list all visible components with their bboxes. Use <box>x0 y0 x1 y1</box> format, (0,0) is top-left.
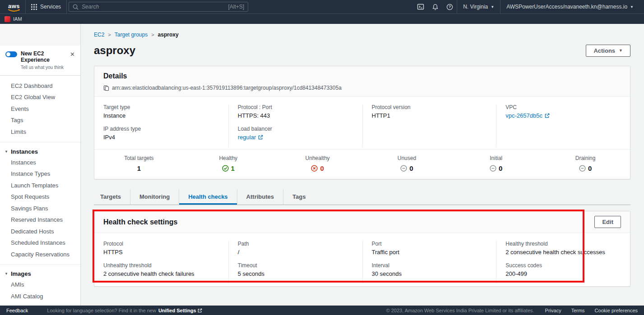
sidebar-item-events[interactable]: Events <box>0 103 80 115</box>
stat-value: 0 <box>273 164 362 172</box>
new-experience-text: New EC2 Experience Tell us what you thin… <box>21 50 65 70</box>
new-experience-feedback-link[interactable]: Tell us what you think <box>21 65 65 70</box>
breadcrumb-separator: > <box>151 32 154 37</box>
close-icon[interactable]: ✕ <box>69 50 76 58</box>
cloudshell-icon <box>417 3 424 10</box>
favorite-iam[interactable]: IAM <box>5 16 22 22</box>
region-label: N. Virginia <box>463 4 488 10</box>
field-value-load-balancer[interactable]: regular <box>238 134 353 141</box>
favorites-bar: IAM <box>0 14 644 24</box>
stat-label: Unused <box>362 155 451 161</box>
field-value-interval: 30 seconds <box>372 270 487 277</box>
sidebar-item-ec2-global-view[interactable]: EC2 Global View <box>0 91 80 103</box>
field-value-text: 2 consecutive health check successes <box>505 249 605 256</box>
field-value-text: 30 seconds <box>372 270 402 277</box>
health-check-column: PortTraffic portInterval30 seconds <box>362 241 496 284</box>
account-label: AWSPowerUserAccess/navaneeth.kn@harness.… <box>506 4 627 10</box>
footer-link-terms[interactable]: Terms <box>571 308 585 313</box>
sidebar-item-dedicated-hosts[interactable]: Dedicated Hosts <box>0 226 80 237</box>
sidebar-section-images[interactable]: ▼Images <box>0 269 80 279</box>
field-label: Interval <box>372 262 487 269</box>
details-field-protocol-port: Protocol : PortHTTPS: 443 <box>238 104 353 119</box>
stat-label: Healthy <box>184 155 273 161</box>
tab-targets[interactable]: Targets <box>94 189 130 205</box>
stat-initial: Initial0 <box>451 155 541 172</box>
sidebar-item-spot-requests[interactable]: Spot Requests <box>0 191 80 203</box>
search-placeholder: Search <box>82 4 225 10</box>
health-check-field-success-codes: Success codes200-499 <box>505 262 621 277</box>
field-value-text: IPv4 <box>103 134 115 141</box>
breadcrumb-ec2[interactable]: EC2 <box>94 32 104 38</box>
services-menu-button[interactable]: Services <box>25 0 67 14</box>
new-ec2-experience-panel: New EC2 Experience Tell us what you thin… <box>0 46 80 76</box>
footer-link-privacy[interactable]: Privacy <box>545 308 561 313</box>
cloudshell-button[interactable] <box>413 0 428 14</box>
unified-settings-label: Unified Settings <box>158 308 196 313</box>
sidebar-item-limits[interactable]: Limits <box>0 126 80 138</box>
field-label: Unhealthy threshold <box>103 262 219 269</box>
global-search-input[interactable]: Search [Alt+S] <box>69 2 248 12</box>
notifications-button[interactable] <box>428 0 442 14</box>
sidebar-item-reserved-instances[interactable]: Reserved Instances <box>0 214 80 226</box>
unified-settings-link[interactable]: Unified Settings <box>158 308 202 313</box>
breadcrumb-target-groups[interactable]: Target groups <box>115 32 148 38</box>
sidebar-item-tags[interactable]: Tags <box>0 114 80 126</box>
sidebar-section-instances[interactable]: ▼Instances <box>0 146 80 157</box>
actions-button[interactable]: Actions ▼ <box>586 45 630 57</box>
details-fields: Target typeInstanceIP address typeIPv4Pr… <box>94 97 630 149</box>
sidebar-item-instances[interactable]: Instances <box>0 157 80 169</box>
edit-button-label: Edit <box>602 219 613 225</box>
sidebar-item-savings-plans[interactable]: Savings Plans <box>0 203 80 215</box>
field-label: IP address type <box>103 126 219 132</box>
sidebar-item-instance-types[interactable]: Instance Types <box>0 168 80 180</box>
sidebar-divider <box>0 264 80 265</box>
feedback-link[interactable]: Feedback <box>6 308 28 313</box>
external-link-icon <box>198 308 202 313</box>
sidebar-section-label: Instances <box>11 148 38 155</box>
tab-health-checks[interactable]: Health checks <box>179 189 236 205</box>
sidebar-item-ami-catalog[interactable]: AMI Catalog <box>0 291 80 302</box>
region-selector[interactable]: N. Virginia ▼ <box>457 0 500 14</box>
sidebar-item-launch-templates[interactable]: Launch Templates <box>0 180 80 192</box>
external-link-icon <box>258 135 263 140</box>
stat-label: Draining <box>541 155 630 161</box>
new-experience-toggle[interactable] <box>5 51 17 57</box>
stat-count: 1 <box>231 164 235 172</box>
field-value-unhealthy-threshold: 2 consecutive health check failures <box>103 270 219 277</box>
help-button[interactable]: ? <box>442 0 457 14</box>
field-value-vpc[interactable]: vpc-2657db5c <box>505 112 621 119</box>
tab-tags[interactable]: Tags <box>283 189 315 205</box>
breadcrumb-asproxy: asproxy <box>158 32 179 38</box>
footer-link-cookie-preferences[interactable]: Cookie preferences <box>595 308 638 313</box>
target-group-arn: arn:aws:elasticloadbalancing:us-east-1:3… <box>112 85 342 91</box>
health-check-section: Health check settings Edit ProtocolHTTPS… <box>94 211 630 287</box>
unhealthy-status-icon <box>311 165 318 172</box>
iam-service-icon <box>5 16 10 22</box>
health-check-column: ProtocolHTTPSUnhealthy threshold2 consec… <box>94 241 228 284</box>
health-check-column: Healthy threshold2 consecutive health ch… <box>496 241 630 284</box>
page-header: asproxy Actions ▼ <box>94 44 630 57</box>
stat-unused: Unused0 <box>362 155 451 172</box>
stat-count: 0 <box>409 164 413 172</box>
field-label: Success codes <box>505 262 621 269</box>
chevron-down-icon: ▼ <box>5 272 8 276</box>
sidebar-item-capacity-reservations[interactable]: Capacity Reservations <box>0 249 80 260</box>
copyright-text: © 2023, Amazon Web Services India Privat… <box>386 308 534 313</box>
aws-logo[interactable]: aws <box>3 2 25 12</box>
actions-button-label: Actions <box>593 47 615 54</box>
tab-attributes[interactable]: Attributes <box>237 189 283 205</box>
account-menu[interactable]: AWSPowerUserAccess/navaneeth.kn@harness.… <box>500 0 639 14</box>
field-value-text: HTTP1 <box>372 112 390 119</box>
edit-button[interactable]: Edit <box>594 216 621 228</box>
health-check-column: Path/Timeout5 seconds <box>228 241 362 284</box>
sidebar-item-ec2-dashboard[interactable]: EC2 Dashboard <box>0 80 80 92</box>
field-value-target-type: Instance <box>103 112 219 119</box>
sidebar-item-scheduled-instances[interactable]: Scheduled Instances <box>0 237 80 249</box>
copy-icon[interactable] <box>103 85 109 91</box>
sidebar-item-amis[interactable]: AMIs <box>0 279 80 291</box>
details-title: Details <box>103 72 621 80</box>
field-value-text: 5 seconds <box>238 270 264 277</box>
stat-count: 0 <box>320 164 324 172</box>
tab-monitoring[interactable]: Monitoring <box>130 189 179 205</box>
field-value-ip-address-type: IPv4 <box>103 134 219 141</box>
